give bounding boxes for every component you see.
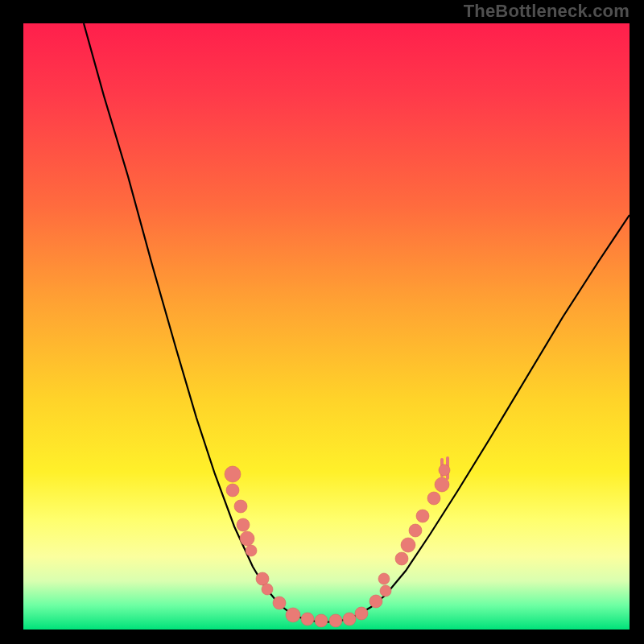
data-point bbox=[401, 538, 415, 552]
scatter-dots bbox=[225, 464, 450, 627]
data-point bbox=[427, 492, 440, 505]
data-point bbox=[329, 614, 342, 627]
data-point bbox=[439, 464, 450, 476]
data-point bbox=[262, 584, 273, 595]
data-point bbox=[409, 524, 422, 537]
data-point bbox=[226, 484, 239, 497]
data-point bbox=[237, 518, 250, 531]
data-point bbox=[286, 608, 300, 622]
data-point bbox=[240, 531, 254, 546]
data-point bbox=[301, 613, 314, 625]
data-point bbox=[343, 613, 356, 625]
data-point bbox=[395, 552, 408, 565]
chart-frame: TheBottleneck.com bbox=[0, 0, 644, 644]
data-point bbox=[246, 545, 257, 556]
data-point bbox=[315, 614, 328, 627]
data-point bbox=[416, 510, 429, 522]
chart-svg bbox=[23, 23, 630, 630]
data-point bbox=[225, 466, 241, 482]
data-point bbox=[355, 607, 368, 620]
data-point bbox=[273, 597, 286, 609]
plot-area bbox=[23, 23, 630, 630]
watermark-text: TheBottleneck.com bbox=[464, 1, 630, 22]
data-point bbox=[435, 477, 449, 492]
data-point bbox=[256, 572, 269, 585]
data-point bbox=[234, 500, 247, 513]
bottleneck-curve bbox=[84, 23, 630, 622]
data-point bbox=[369, 595, 382, 608]
data-point bbox=[380, 585, 391, 597]
data-point bbox=[378, 573, 390, 584]
